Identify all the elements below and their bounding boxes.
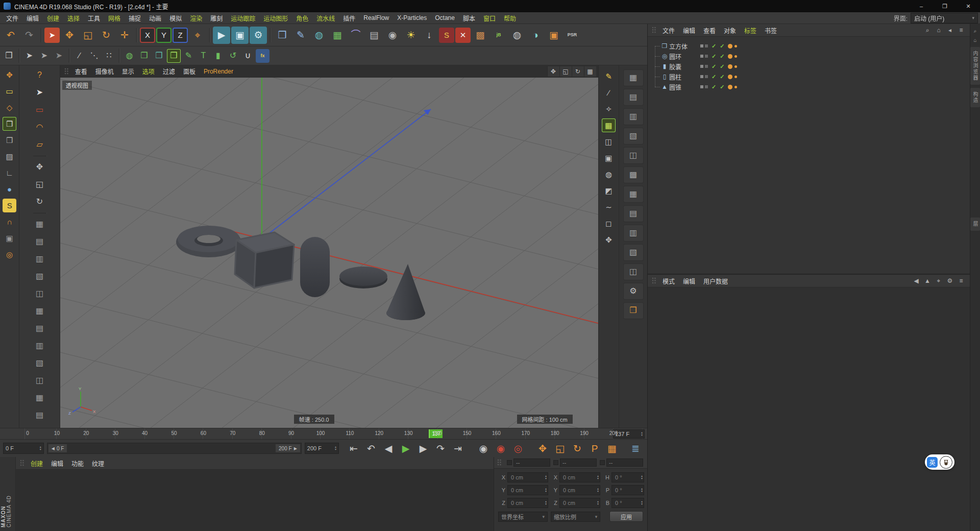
deformer-bend-icon[interactable]: ⌒ [347, 27, 364, 44]
enabled-check-icon[interactable]: ✓ [712, 74, 716, 80]
prev-frame-button[interactable]: ◀ [380, 440, 397, 457]
coord-field[interactable]: 0 °▴▾ [611, 498, 644, 508]
render-view-icon[interactable]: ▶ [213, 27, 230, 44]
coord-field[interactable]: 0 cm▴▾ [559, 485, 600, 495]
coord-header-field[interactable]: -- [560, 458, 597, 467]
cone-object-icon[interactable]: ▲ [660, 83, 669, 90]
texture-tag-icon[interactable] [728, 64, 732, 69]
stamp-icon[interactable]: ▣ [602, 151, 616, 165]
ime-logo-icon[interactable] [940, 456, 952, 469]
menu-item[interactable]: RealFlow [359, 14, 393, 21]
coord-field[interactable]: 0 °▴▾ [611, 485, 644, 495]
tab-layers[interactable]: 层 [970, 218, 980, 231]
apply-button[interactable]: 应用 [609, 511, 643, 522]
last-tool-icon[interactable]: ✛ [116, 27, 133, 44]
ime-language-badge[interactable]: 英 [927, 457, 938, 468]
library-tile-icon[interactable]: ▧ [623, 128, 644, 144]
rotate-tool-icon[interactable]: ↻ [97, 27, 115, 44]
sculpt-knife-icon[interactable]: ∕ [602, 86, 616, 100]
deform-check-icon[interactable]: ✓ [720, 84, 724, 90]
settings-gear-icon[interactable]: ⚙ [623, 283, 644, 300]
play-button[interactable]: ▶ [397, 440, 414, 457]
record-scale-toggle[interactable]: ◱ [551, 440, 569, 457]
close-button[interactable]: ✕ [957, 0, 980, 12]
om-menu-icon[interactable]: ≡ [957, 26, 966, 35]
menu-item[interactable]: 创建 [27, 459, 47, 468]
menu-item[interactable]: 显示 [118, 67, 138, 76]
coord-field[interactable]: 0 cm▴▾ [559, 472, 600, 482]
coord-field[interactable]: 0 cm▴▾ [559, 498, 600, 508]
grab-icon[interactable]: ✥ [602, 233, 616, 247]
library-tile-icon[interactable]: ▦ [623, 69, 644, 86]
palette-command-icon[interactable]: ▤ [32, 321, 47, 336]
stepper-icon[interactable]: ▴▾ [597, 500, 599, 505]
editor-visibility-dot[interactable] [700, 55, 703, 58]
record-pla-toggle[interactable]: ▦ [603, 440, 621, 457]
object-list[interactable]: ❒立方体✓✓◎圆环✓✓▮胶囊✓✓▯圆柱✓✓▲圆锥✓✓ [648, 37, 970, 274]
menu-prorender[interactable]: ProRender [200, 68, 237, 75]
goto-start-button[interactable]: ⇤ [345, 440, 362, 457]
scale-small-icon[interactable]: ◱ [32, 177, 47, 192]
teal-cube-icon[interactable]: ❒ [152, 49, 166, 63]
next-frame-button[interactable]: ▶ [414, 440, 432, 457]
cursor-arrow-icon[interactable]: ➤ [32, 85, 47, 100]
next-key-button[interactable]: ↷ [432, 440, 449, 457]
palette-command-icon[interactable]: ▧ [32, 269, 47, 284]
palette-command-icon[interactable]: ▤ [32, 408, 47, 423]
xpresso-icon[interactable]: fx [256, 49, 270, 63]
torus-object-icon[interactable]: ◎ [660, 53, 669, 60]
editor-visibility-dot[interactable] [700, 75, 703, 78]
stepper-icon[interactable]: ▴▾ [641, 431, 643, 437]
select-polygons-icon[interactable]: ➤ [52, 49, 66, 63]
library-tile-icon[interactable]: ◫ [623, 147, 644, 164]
primitive-cube-icon[interactable]: ❒ [274, 27, 291, 44]
tab-content-browser[interactable]: 内容浏览器 [970, 47, 980, 85]
object-name[interactable]: 圆环 [669, 52, 699, 61]
texture-tag-icon[interactable] [728, 75, 732, 79]
palette-command-icon[interactable]: ▦ [32, 304, 47, 319]
library-tile-icon[interactable]: ▩ [623, 166, 644, 183]
picture-icon[interactable]: ▣ [545, 27, 562, 44]
palette-command-icon[interactable]: ▥ [32, 339, 47, 353]
enabled-check-icon[interactable]: ✓ [712, 63, 716, 70]
menu-item[interactable]: Octane [431, 14, 459, 21]
end-frame-field[interactable]: 200 F ▴▾ [305, 443, 339, 454]
scale-tool-icon[interactable]: ◱ [79, 27, 96, 44]
autokey-button[interactable]: ◉ [492, 440, 509, 457]
menu-item[interactable]: 书签 [761, 26, 781, 35]
interface-select[interactable]: 启动 (用户) ▾ [911, 13, 978, 23]
record-position-toggle[interactable]: ✥ [534, 440, 551, 457]
menu-item[interactable]: 文件 [658, 26, 679, 35]
checker-sphere-icon[interactable]: ◑ [527, 27, 544, 44]
spline-segment-icon[interactable]: ∕ [72, 49, 86, 63]
camera-icon[interactable]: ◉ [384, 27, 401, 44]
library-tile-icon[interactable]: ▦ [623, 186, 644, 203]
enabled-check-icon[interactable]: ✓ [712, 53, 716, 60]
timeline-ruler[interactable]: 137 137 F ▴▾ 010203040506070809010011012… [0, 428, 647, 440]
vp-layout-icon[interactable]: ▦ [584, 66, 596, 77]
am-menu-icon[interactable]: ≡ [957, 276, 966, 285]
viewport-canvas[interactable]: Y X Z 透视视图 帧速 : 250.0 网格间距 : 100 cm [60, 78, 598, 428]
selected-cube-icon[interactable]: ❒ [167, 49, 181, 63]
sculpt-draw-icon[interactable]: ✎ [602, 69, 616, 83]
menu-item[interactable]: 窗口 [479, 14, 500, 22]
object-row[interactable]: ◎圆环✓✓ [648, 51, 970, 61]
goto-end-button[interactable]: ⇥ [449, 440, 467, 457]
stepper-icon[interactable]: ▴▾ [641, 488, 643, 493]
editor-visibility-dot[interactable] [700, 85, 703, 88]
menu-item[interactable]: 查看 [71, 67, 91, 76]
minimize-button[interactable]: – [910, 0, 933, 12]
stepper-icon[interactable]: ▴▾ [335, 446, 336, 451]
menu-item[interactable]: 流水线 [312, 14, 339, 22]
menu-item[interactable]: 运动跟踪 [227, 14, 259, 22]
palette-command-icon[interactable]: ▧ [32, 356, 47, 371]
erase-icon[interactable]: ◻ [602, 216, 616, 230]
size-mode-select[interactable]: 缩放比例 ▾ [551, 512, 600, 522]
library-tile-icon[interactable]: ▥ [623, 108, 644, 125]
vp-zoom-icon[interactable]: ◱ [559, 66, 572, 77]
modeling-pen-icon[interactable]: ✎ [182, 49, 195, 63]
floor-icon[interactable]: ▤ [365, 27, 383, 44]
text-tool-icon[interactable]: T [197, 49, 210, 63]
menu-item[interactable]: 编辑 [47, 459, 67, 468]
editor-visibility-dot[interactable] [700, 65, 703, 68]
